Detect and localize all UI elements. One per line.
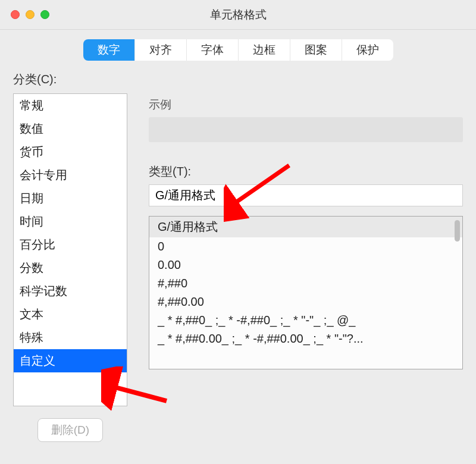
type-item[interactable]: _ * #,##0.00_ ;_ * -#,##0.00_ ;_ * "-"?.… [149,330,462,348]
delete-button[interactable]: 删除(D) [37,418,103,442]
category-item[interactable]: 分数 [14,256,127,280]
category-item[interactable]: 百分比 [14,233,127,256]
close-icon[interactable] [11,10,20,19]
titlebar: 单元格格式 [0,0,476,30]
category-item[interactable]: 数值 [14,117,127,140]
type-item[interactable]: #,##0.00 [149,293,462,311]
type-item[interactable]: #,##0 [149,274,462,293]
type-item[interactable]: G/通用格式 [149,217,462,237]
tab-2[interactable]: 字体 [187,39,239,61]
window-controls [11,10,49,19]
type-label: 类型(T): [149,164,463,180]
tab-bar: 数字对齐字体边框图案保护 [0,30,476,71]
category-item[interactable]: 时间 [14,210,127,233]
category-label: 分类(C): [13,71,463,87]
type-item[interactable]: 0 [149,237,462,256]
sample-box [149,117,463,142]
type-list[interactable]: G/通用格式00.00#,##0#,##0.00_ * #,##0_ ;_ * … [149,216,463,369]
category-item[interactable]: 会计专用 [14,164,127,187]
window-title: 单元格格式 [0,7,476,23]
type-input[interactable] [149,184,463,206]
type-item[interactable]: 0.00 [149,256,462,274]
zoom-icon[interactable] [40,10,49,19]
category-list[interactable]: 常规数值货币会计专用日期时间百分比分数科学记数文本特殊自定义 [13,93,127,406]
minimize-icon[interactable] [26,10,35,19]
tab-5[interactable]: 保护 [342,39,393,61]
tab-3[interactable]: 边框 [239,39,290,61]
category-item[interactable]: 货币 [14,140,127,164]
sample-label: 示例 [149,97,463,112]
tab-4[interactable]: 图案 [290,39,342,61]
category-item[interactable]: 日期 [14,187,127,210]
category-item[interactable]: 自定义 [14,349,127,372]
tab-1[interactable]: 对齐 [135,39,187,61]
category-item[interactable]: 科学记数 [14,280,127,303]
category-item[interactable]: 常规 [14,94,127,117]
type-item[interactable]: _ * #,##0_ ;_ * -#,##0_ ;_ * "-"_ ;_ @_ [149,311,462,330]
category-item[interactable]: 特殊 [14,326,127,349]
scrollbar-thumb[interactable] [455,220,460,242]
tab-0[interactable]: 数字 [83,39,135,61]
category-item[interactable]: 文本 [14,303,127,326]
